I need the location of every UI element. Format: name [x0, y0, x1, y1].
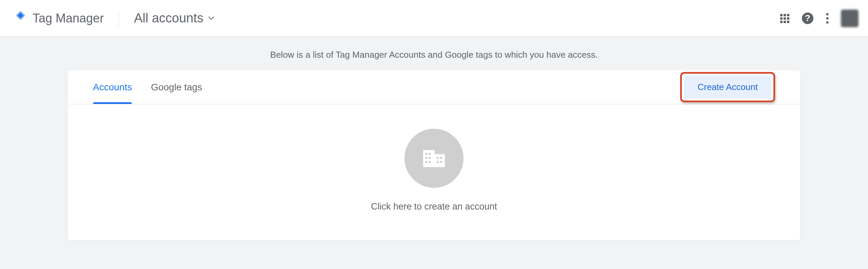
apps-grid-icon[interactable] [780, 14, 789, 23]
header-right: ? [780, 10, 859, 27]
tag-manager-logo-icon [9, 10, 26, 26]
svg-rect-3 [784, 14, 786, 16]
chevron-down-icon [208, 16, 214, 20]
svg-rect-19 [429, 153, 431, 155]
svg-rect-2 [780, 14, 783, 16]
svg-rect-22 [425, 161, 427, 163]
svg-rect-21 [429, 157, 431, 159]
app-header: Tag Manager All accounts [0, 0, 868, 37]
svg-point-15 [826, 21, 829, 23]
page-subtitle: Below is a list of Tag Manager Accounts … [0, 37, 868, 70]
tab-label: Google tags [151, 82, 202, 93]
tab-label: Accounts [93, 82, 132, 93]
create-account-highlight: Create Account [680, 72, 775, 102]
svg-point-14 [826, 17, 829, 19]
account-selector[interactable]: All accounts [134, 11, 214, 25]
svg-rect-9 [784, 21, 786, 23]
svg-text:?: ? [805, 13, 810, 23]
product-name: Tag Manager [33, 11, 104, 25]
svg-point-13 [826, 13, 829, 15]
svg-rect-6 [784, 17, 786, 20]
header-left: Tag Manager All accounts [9, 10, 214, 26]
more-vert-icon[interactable] [826, 13, 829, 24]
help-icon[interactable]: ? [802, 12, 814, 24]
empty-state-icon-circle[interactable] [405, 129, 463, 188]
svg-rect-27 [440, 161, 442, 163]
tabs: Accounts Google tags [93, 70, 202, 104]
svg-rect-24 [437, 157, 439, 159]
account-selector-label: All accounts [134, 11, 203, 25]
create-account-button[interactable]: Create Account [684, 76, 771, 98]
panel-body: Click here to create an account [68, 104, 800, 240]
svg-rect-23 [429, 161, 431, 163]
svg-rect-8 [780, 21, 783, 23]
svg-rect-5 [780, 17, 783, 20]
svg-rect-17 [435, 154, 445, 167]
accounts-panel: Accounts Google tags Create Account [68, 70, 800, 240]
tab-google-tags[interactable]: Google tags [151, 70, 202, 104]
svg-rect-10 [787, 21, 789, 23]
svg-rect-26 [437, 161, 439, 163]
avatar[interactable] [841, 10, 859, 27]
svg-rect-20 [425, 157, 427, 159]
header-divider [119, 10, 119, 26]
building-icon [423, 148, 445, 168]
svg-rect-7 [787, 17, 789, 20]
svg-rect-25 [440, 157, 442, 159]
empty-state-text[interactable]: Click here to create an account [371, 201, 497, 212]
panel-header: Accounts Google tags Create Account [68, 70, 800, 104]
svg-rect-18 [425, 153, 427, 155]
svg-rect-4 [787, 14, 789, 16]
tab-accounts[interactable]: Accounts [93, 70, 132, 104]
